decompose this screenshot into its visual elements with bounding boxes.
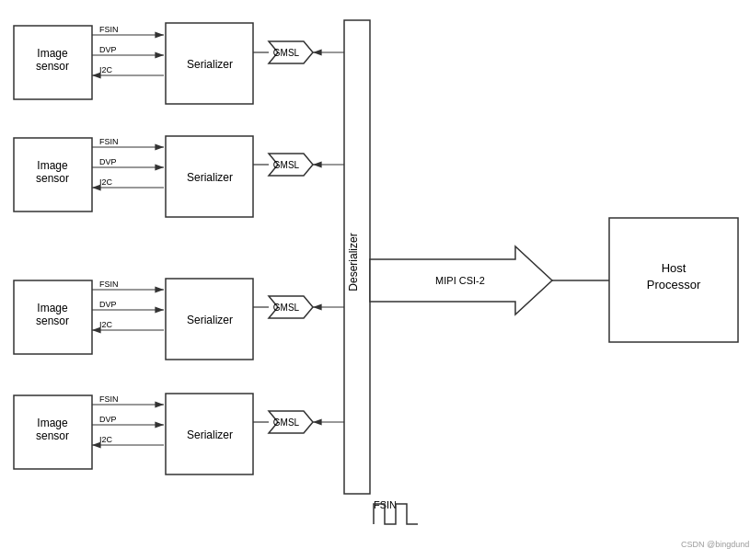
svg-text:GMSL: GMSL	[273, 417, 300, 428]
svg-text:Image: Image	[37, 417, 68, 429]
svg-text:I2C: I2C	[99, 177, 113, 187]
svg-text:MIPI CSI-2: MIPI CSI-2	[435, 275, 485, 286]
svg-text:Image: Image	[37, 159, 68, 172]
svg-text:CSDN @bingdund: CSDN @bingdund	[681, 540, 749, 549]
svg-text:Image: Image	[37, 47, 68, 60]
svg-text:GMSL: GMSL	[273, 48, 300, 58]
svg-text:Serializer: Serializer	[187, 429, 233, 441]
svg-text:Serializer: Serializer	[187, 58, 233, 71]
svg-text:FSIN: FSIN	[99, 137, 119, 146]
svg-text:DVP: DVP	[99, 415, 117, 424]
svg-text:sensor: sensor	[36, 60, 69, 73]
svg-text:I2C: I2C	[99, 320, 113, 329]
svg-text:FSIN: FSIN	[99, 25, 119, 34]
svg-text:I2C: I2C	[99, 65, 113, 74]
svg-text:Image: Image	[37, 302, 68, 314]
svg-text:GMSL: GMSL	[273, 303, 300, 313]
svg-text:FSIN: FSIN	[99, 280, 119, 289]
svg-text:Processor: Processor	[647, 278, 701, 291]
block-diagram: Image sensor FSIN DVP I2C Serializer GMS…	[0, 0, 750, 560]
svg-text:Deserializer: Deserializer	[347, 233, 360, 291]
svg-text:DVP: DVP	[99, 157, 117, 166]
svg-text:GMSL: GMSL	[273, 160, 300, 170]
svg-text:DVP: DVP	[99, 45, 117, 54]
svg-text:Serializer: Serializer	[187, 314, 233, 326]
svg-text:sensor: sensor	[36, 172, 69, 185]
svg-text:sensor: sensor	[36, 429, 69, 442]
svg-text:I2C: I2C	[99, 435, 113, 444]
svg-text:Serializer: Serializer	[187, 171, 233, 184]
svg-text:sensor: sensor	[36, 314, 69, 327]
svg-text:Host: Host	[662, 261, 687, 275]
svg-text:FSIN: FSIN	[99, 394, 119, 404]
svg-text:DVP: DVP	[99, 300, 117, 309]
